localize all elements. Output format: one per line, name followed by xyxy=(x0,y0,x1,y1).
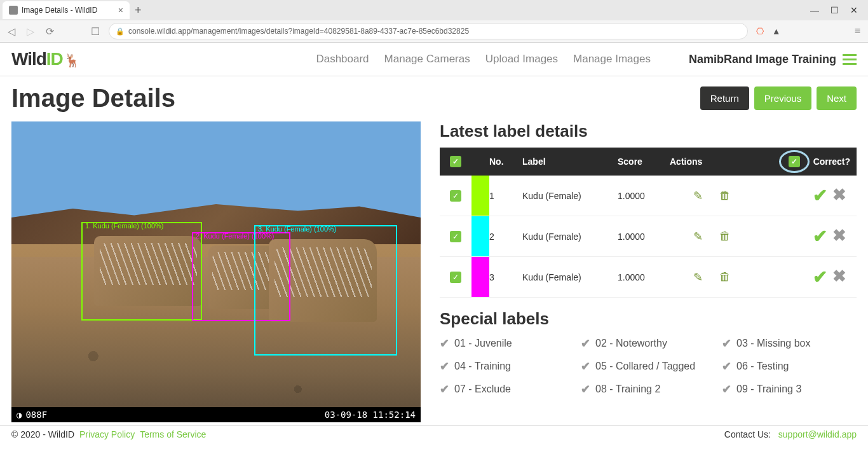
special-label-text: 05 - Collared / Tagged xyxy=(595,361,695,372)
window-controls: ― ☐ ✕ xyxy=(810,5,865,15)
nav-manage-images[interactable]: Manage Images xyxy=(573,53,651,66)
special-label-text: 08 - Training 2 xyxy=(595,384,660,395)
correct-no-icon[interactable]: ✖ xyxy=(832,266,846,287)
bbox-1: 1. Kudu (Female) (100%) xyxy=(81,222,202,321)
special-label-item[interactable]: ✔01 - Juvenile xyxy=(440,336,574,350)
col-no: No. xyxy=(489,156,522,167)
brave-shield-icon[interactable]: ⎔ xyxy=(754,25,766,37)
row-label: Kudu (Female) xyxy=(522,272,618,282)
delete-icon[interactable]: 🗑 xyxy=(719,270,731,284)
col-label: Label xyxy=(522,156,618,167)
special-label-item[interactable]: ✔06 - Testing xyxy=(722,359,857,373)
nav-links: Dashboard Manage Cameras Upload Images M… xyxy=(316,53,651,66)
edit-icon[interactable]: ✎ xyxy=(693,230,703,244)
row-label: Kudu (Female) xyxy=(522,232,618,242)
nav-upload-images[interactable]: Upload Images xyxy=(485,53,558,66)
image-timestamp: 03-09-18 11:52:14 xyxy=(325,410,416,420)
row-no: 2 xyxy=(489,232,522,242)
row-score: 1.0000 xyxy=(618,232,670,242)
row-checkbox[interactable]: ✓ xyxy=(450,272,461,283)
special-label-text: 01 - Juvenile xyxy=(454,338,512,349)
terms-link[interactable]: Terms of Service xyxy=(140,429,206,439)
logo-text-accent: ID xyxy=(46,49,63,69)
address-bar: ◁ ▷ ⟳ ☐ 🔒 console.wildid.app/management/… xyxy=(0,20,868,42)
bookmark-icon[interactable]: ☐ xyxy=(88,24,102,39)
special-labels-section: Special labels ✔01 - Juvenile✔02 - Notew… xyxy=(440,309,857,396)
minimize-icon[interactable]: ― xyxy=(810,5,819,15)
bbox-3: 3. Kudu (Female) (100%) xyxy=(254,225,397,356)
previous-button[interactable]: Previous xyxy=(754,86,811,110)
check-icon: ✔ xyxy=(722,336,731,350)
next-button[interactable]: Next xyxy=(817,86,857,110)
label-details-title: Latest label details xyxy=(440,121,857,141)
col-actions: Actions xyxy=(670,156,754,167)
delete-icon[interactable]: 🗑 xyxy=(719,189,731,203)
correct-no-icon[interactable]: ✖ xyxy=(832,185,846,206)
url-input[interactable]: 🔒 console.wildid.app/management/images/d… xyxy=(109,23,748,39)
correct-all-checkbox[interactable]: ✓ xyxy=(789,156,800,167)
special-label-item[interactable]: ✔05 - Collared / Tagged xyxy=(581,359,715,373)
row-label: Kudu (Female) xyxy=(522,191,618,201)
delete-icon[interactable]: 🗑 xyxy=(719,230,731,244)
close-tab-icon[interactable]: × xyxy=(118,5,123,15)
moon-icon: ◑ xyxy=(17,410,22,420)
correct-yes-icon[interactable]: ✔ xyxy=(813,226,827,247)
check-icon: ✔ xyxy=(581,336,590,350)
special-labels-title: Special labels xyxy=(440,309,857,329)
special-label-item[interactable]: ✔09 - Training 3 xyxy=(722,382,857,396)
special-label-item[interactable]: ✔08 - Training 2 xyxy=(581,382,715,396)
logo-animals-icon: 🦌 xyxy=(64,53,79,67)
forward-icon[interactable]: ▷ xyxy=(24,24,37,39)
title-buttons: Return Previous Next xyxy=(700,86,857,110)
col-score: Score xyxy=(618,156,670,167)
row-checkbox[interactable]: ✓ xyxy=(450,190,461,202)
row-no: 1 xyxy=(489,191,522,201)
extension-icon[interactable]: ▲ xyxy=(771,25,782,37)
correct-no-icon[interactable]: ✖ xyxy=(832,226,846,247)
special-label-item[interactable]: ✔03 - Missing box xyxy=(722,336,857,350)
special-label-text: 04 - Training xyxy=(454,361,511,372)
edit-icon[interactable]: ✎ xyxy=(693,189,703,203)
contact-section: Contact Us: support@wildid.app xyxy=(724,429,857,439)
header-correct-highlight: ✓ xyxy=(779,150,810,173)
col-correct-text: Correct? xyxy=(813,156,850,167)
edit-icon[interactable]: ✎ xyxy=(693,270,703,284)
nav-dashboard[interactable]: Dashboard xyxy=(316,53,369,66)
check-icon: ✔ xyxy=(722,382,731,396)
nav-manage-cameras[interactable]: Manage Cameras xyxy=(384,53,470,66)
contact-label: Contact Us: xyxy=(724,429,773,439)
special-label-item[interactable]: ✔07 - Exclude xyxy=(440,382,574,396)
logo-text-main: Wild xyxy=(11,49,46,69)
logo[interactable]: WildID🦌 xyxy=(11,49,79,69)
select-all-checkbox[interactable]: ✓ xyxy=(450,156,461,167)
contact-email[interactable]: support@wildid.app xyxy=(778,429,857,439)
row-color xyxy=(471,216,489,256)
bbox-label: 3. Kudu (Female) (100%) xyxy=(258,225,337,233)
special-label-item[interactable]: ✔04 - Training xyxy=(440,359,574,373)
back-icon[interactable]: ◁ xyxy=(5,24,18,39)
special-label-item[interactable]: ✔02 - Noteworthy xyxy=(581,336,715,350)
org-name: NamibRand Image Training xyxy=(689,53,836,66)
check-icon: ✔ xyxy=(440,382,449,396)
return-button[interactable]: Return xyxy=(700,86,749,110)
bbox-label: 1. Kudu (Female) (100%) xyxy=(85,222,164,230)
check-icon: ✔ xyxy=(440,359,449,373)
new-tab-button[interactable]: + xyxy=(130,4,147,17)
page-body: Image Details Return Previous Next 1. Ku… xyxy=(0,76,868,425)
hamburger-icon[interactable] xyxy=(843,54,857,65)
correct-yes-icon[interactable]: ✔ xyxy=(813,185,827,206)
maximize-icon[interactable]: ☐ xyxy=(831,5,839,15)
image-panel: 1. Kudu (Female) (100%) 2. Kudu (Female)… xyxy=(11,121,421,422)
correct-yes-icon[interactable]: ✔ xyxy=(813,266,827,287)
reload-icon[interactable]: ⟳ xyxy=(43,24,57,39)
close-window-icon[interactable]: ✕ xyxy=(850,5,858,15)
menu-icon[interactable]: ≡ xyxy=(852,24,863,38)
special-label-text: 03 - Missing box xyxy=(736,338,811,349)
details-panel: Latest label details ✓ No. Label Score A… xyxy=(440,121,857,422)
privacy-link[interactable]: Privacy Policy xyxy=(79,429,135,439)
app-header: WildID🦌 Dashboard Manage Cameras Upload … xyxy=(0,43,868,76)
special-label-text: 02 - Noteworthy xyxy=(595,338,667,349)
browser-tab[interactable]: Image Details - WildID × xyxy=(3,1,130,19)
row-checkbox[interactable]: ✓ xyxy=(450,231,461,242)
special-label-text: 07 - Exclude xyxy=(454,384,511,395)
